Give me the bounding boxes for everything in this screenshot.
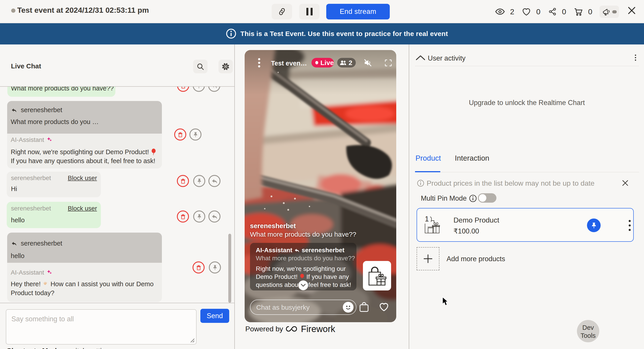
svg-text:1: 1 xyxy=(425,216,429,223)
